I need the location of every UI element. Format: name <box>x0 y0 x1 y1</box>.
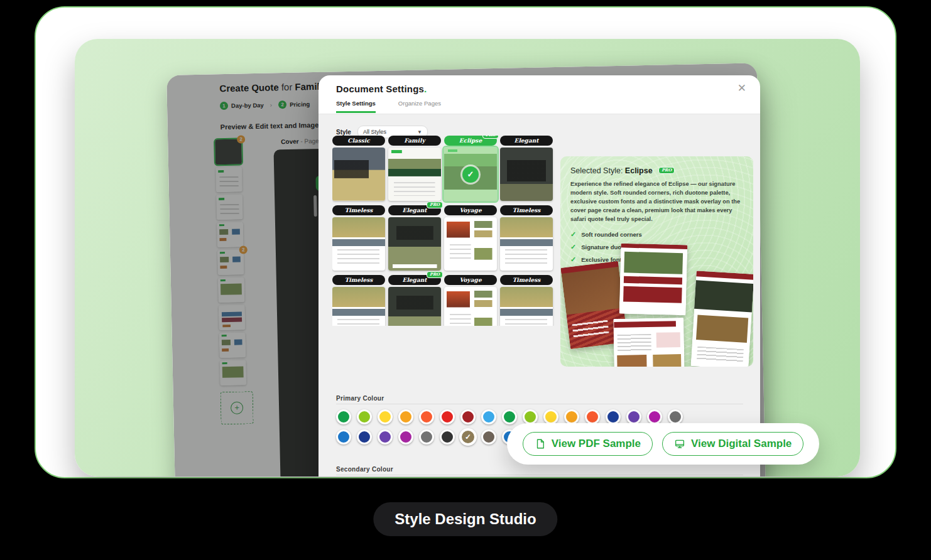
pro-badge: PRO <box>427 271 443 278</box>
chevron-down-icon: ▼ <box>417 129 422 135</box>
style-preview-page <box>613 318 685 367</box>
style-preview-page <box>690 271 753 367</box>
style-card-label: Timeless <box>332 275 385 285</box>
colour-swatch[interactable] <box>398 429 413 444</box>
style-thumbnail <box>500 148 553 201</box>
style-card[interactable]: Voyage <box>444 275 497 326</box>
style-card[interactable]: Voyage <box>444 205 497 271</box>
style-thumbnail <box>388 217 441 271</box>
selected-style-prefix: Selected Style: <box>570 166 625 175</box>
style-card-label: Family <box>388 136 441 146</box>
colour-swatch[interactable] <box>460 409 476 424</box>
secondary-colour-label: Secondary Colour <box>336 466 393 473</box>
pdf-document-icon <box>535 438 546 450</box>
selected-style-heading: Selected Style: Eclipse PRO <box>570 166 743 175</box>
style-card[interactable]: Elegant <box>500 136 553 201</box>
tab-organize-pages[interactable]: Organize Pages <box>398 100 441 113</box>
colour-swatch[interactable] <box>336 429 351 444</box>
marketing-frame: Create Quote for Family 1 Day-by Day › 2… <box>0 0 931 560</box>
dropdown-value: All Styles <box>363 129 386 135</box>
style-card[interactable]: Timeless <box>500 275 553 326</box>
colour-swatch[interactable] <box>336 409 351 424</box>
colour-swatch[interactable] <box>357 429 372 444</box>
monitor-icon <box>674 438 685 450</box>
modal-title-period: . <box>424 83 427 94</box>
colour-swatch[interactable] <box>585 409 600 424</box>
tab-style-settings[interactable]: Style Settings <box>336 100 376 113</box>
document-settings-modal: Document Settings. ✕ Style Settings Orga… <box>318 75 760 477</box>
modal-tabs: Style Settings Organize Pages <box>336 100 441 113</box>
colour-swatch[interactable] <box>626 409 641 424</box>
style-grid-scroll[interactable]: ClassicFamilyEclipsePRO✓ElegantTimelessE… <box>332 136 560 326</box>
style-thumbnail <box>444 287 497 326</box>
style-card-label: Classic <box>332 136 385 146</box>
style-card[interactable]: Timeless <box>332 275 385 326</box>
feature-item: ✓Soft rounded corners <box>570 230 743 239</box>
colour-swatch[interactable] <box>440 429 455 444</box>
style-card-label: Timeless <box>500 275 553 285</box>
style-filter-label: Style <box>336 129 351 136</box>
colour-swatch[interactable] <box>378 409 393 424</box>
colour-swatch[interactable] <box>564 409 579 424</box>
selected-check-icon: ✓ <box>465 433 471 441</box>
style-card[interactable]: ElegantPRO <box>388 275 441 326</box>
style-preview-page <box>619 244 688 316</box>
style-thumbnail <box>500 287 553 326</box>
style-card-label: Timeless <box>332 205 385 215</box>
colour-swatch[interactable] <box>502 409 517 424</box>
colour-swatch[interactable] <box>378 429 393 444</box>
modal-title: Document Settings. <box>336 83 427 94</box>
divider <box>336 404 743 404</box>
style-card-label: Voyage <box>444 275 497 285</box>
style-thumbnail <box>500 217 553 271</box>
colour-swatch[interactable] <box>419 429 434 444</box>
colour-swatch[interactable] <box>668 409 683 424</box>
check-icon: ✓ <box>570 243 576 251</box>
check-icon: ✓ <box>570 230 576 239</box>
selected-style-panel: Selected Style: Eclipse PRO Experience t… <box>560 156 753 367</box>
primary-colour-label: Primary Colour <box>336 395 384 402</box>
style-card[interactable]: Classic <box>332 136 385 201</box>
view-digital-sample-button[interactable]: View Digital Sample <box>662 432 803 456</box>
primary-colour-row-1 <box>336 409 683 424</box>
check-icon: ✓ <box>570 256 576 264</box>
colour-swatch[interactable] <box>606 409 621 424</box>
sample-buttons-card: View PDF Sample View Digital Sample <box>507 423 819 465</box>
pro-badge: PRO <box>658 167 675 174</box>
style-card-label: Voyage <box>444 205 497 215</box>
feature-label: Soft rounded corners <box>581 231 642 238</box>
view-digital-sample-label: View Digital Sample <box>691 438 792 450</box>
pro-badge: PRO <box>482 136 499 139</box>
caption-pill: Style Design Studio <box>373 502 557 536</box>
view-pdf-sample-button[interactable]: View PDF Sample <box>523 432 653 456</box>
outer-card: Create Quote for Family 1 Day-by Day › 2… <box>35 6 896 478</box>
close-icon[interactable]: ✕ <box>738 82 746 95</box>
style-card-label: Elegant <box>500 136 553 146</box>
style-grid: ClassicFamilyEclipsePRO✓ElegantTimelessE… <box>332 136 560 326</box>
style-card-label: Timeless <box>500 205 553 215</box>
colour-swatch[interactable] <box>481 409 496 424</box>
green-panel: Create Quote for Family 1 Day-by Day › 2… <box>75 39 860 477</box>
selected-check-icon: ✓ <box>462 166 479 183</box>
colour-swatch[interactable] <box>440 409 455 424</box>
modal-body: Style All Styles ▼ ClassicFamilyEclipseP… <box>318 114 760 477</box>
style-card[interactable]: Family <box>388 136 441 201</box>
selected-style-name: Eclipse <box>625 166 653 175</box>
style-card[interactable]: ElegantPRO <box>388 205 441 271</box>
style-thumbnail <box>388 148 441 201</box>
colour-swatch[interactable] <box>647 409 662 424</box>
colour-swatch[interactable] <box>481 429 496 444</box>
style-thumbnail <box>332 287 385 326</box>
style-card[interactable]: EclipsePRO✓ <box>444 136 497 201</box>
colour-swatch[interactable] <box>523 409 538 424</box>
colour-swatch[interactable]: ✓ <box>459 428 477 446</box>
colour-swatch[interactable] <box>419 409 434 424</box>
colour-swatch[interactable] <box>398 409 413 424</box>
style-card[interactable]: Timeless <box>500 205 553 271</box>
style-card[interactable]: Timeless <box>332 205 385 271</box>
modal-title-text: Document Settings <box>336 83 424 94</box>
colour-swatch[interactable] <box>357 409 372 424</box>
pro-badge: PRO <box>427 202 443 208</box>
colour-swatch[interactable] <box>543 409 558 424</box>
style-thumbnail <box>444 217 497 271</box>
